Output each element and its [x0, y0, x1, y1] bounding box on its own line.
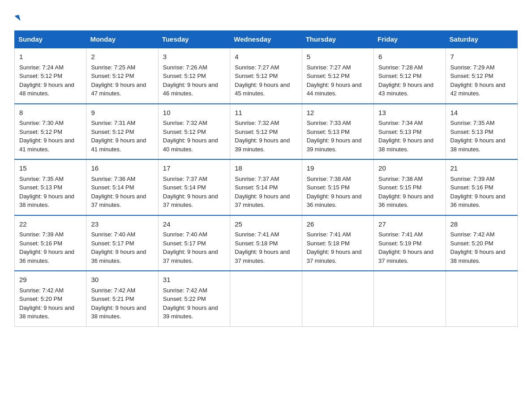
sunset-info: Sunset: 5:14 PM — [163, 184, 206, 191]
sunrise-info: Sunrise: 7:31 AM — [91, 120, 135, 126]
daylight-info: Daylight: 9 hours and 38 minutes. — [19, 304, 74, 320]
sunrise-info: Sunrise: 7:42 AM — [450, 231, 495, 238]
day-number: 24 — [163, 219, 225, 230]
sunset-info: Sunset: 5:15 PM — [378, 184, 421, 191]
day-number: 25 — [235, 219, 297, 230]
day-number: 22 — [19, 219, 82, 230]
calendar-header-sunday: Sunday — [15, 31, 86, 48]
daylight-info: Daylight: 9 hours and 38 minutes. — [91, 304, 146, 320]
sunset-info: Sunset: 5:18 PM — [307, 240, 350, 247]
daylight-info: Daylight: 9 hours and 39 minutes. — [235, 137, 290, 153]
daylight-info: Daylight: 9 hours and 36 minutes. — [378, 193, 433, 209]
sunrise-info: Sunrise: 7:29 AM — [450, 64, 495, 71]
daylight-info: Daylight: 9 hours and 37 minutes. — [91, 193, 146, 209]
day-number: 15 — [19, 163, 82, 174]
daylight-info: Daylight: 9 hours and 38 minutes. — [378, 137, 433, 153]
sunrise-info: Sunrise: 7:27 AM — [235, 64, 279, 71]
sunrise-info: Sunrise: 7:30 AM — [19, 120, 64, 126]
day-number: 14 — [450, 108, 513, 118]
sunset-info: Sunset: 5:17 PM — [91, 240, 134, 247]
sunset-info: Sunset: 5:12 PM — [235, 128, 278, 135]
sunset-info: Sunset: 5:19 PM — [378, 240, 421, 247]
calendar-cell: 23Sunrise: 7:40 AMSunset: 5:17 PMDayligh… — [86, 215, 158, 271]
calendar-cell: 24Sunrise: 7:40 AMSunset: 5:17 PMDayligh… — [158, 215, 230, 271]
sunrise-info: Sunrise: 7:39 AM — [450, 176, 495, 182]
day-number: 3 — [163, 52, 225, 62]
sunset-info: Sunset: 5:13 PM — [450, 128, 493, 135]
calendar-cell: 19Sunrise: 7:38 AMSunset: 5:15 PMDayligh… — [302, 159, 373, 215]
daylight-info: Daylight: 9 hours and 39 minutes. — [307, 137, 362, 153]
daylight-info: Daylight: 9 hours and 42 minutes. — [450, 81, 506, 97]
calendar-cell: 26Sunrise: 7:41 AMSunset: 5:18 PMDayligh… — [302, 215, 373, 271]
calendar-cell: 5Sunrise: 7:27 AMSunset: 5:12 PMDaylight… — [302, 48, 373, 104]
sunset-info: Sunset: 5:18 PM — [235, 240, 278, 247]
calendar-table: SundayMondayTuesdayWednesdayThursdayFrid… — [14, 30, 518, 327]
calendar-cell: 16Sunrise: 7:36 AMSunset: 5:14 PMDayligh… — [86, 159, 158, 215]
calendar-cell: 25Sunrise: 7:41 AMSunset: 5:18 PMDayligh… — [230, 215, 302, 271]
sunrise-info: Sunrise: 7:40 AM — [91, 231, 135, 238]
sunset-info: Sunset: 5:13 PM — [307, 128, 350, 135]
day-number: 12 — [307, 108, 369, 118]
calendar-cell: 13Sunrise: 7:34 AMSunset: 5:13 PMDayligh… — [374, 104, 446, 160]
calendar-cell: 27Sunrise: 7:41 AMSunset: 5:19 PMDayligh… — [374, 215, 446, 271]
calendar-cell: 12Sunrise: 7:33 AMSunset: 5:13 PMDayligh… — [302, 104, 373, 160]
calendar-week-row: 15Sunrise: 7:35 AMSunset: 5:13 PMDayligh… — [15, 159, 518, 215]
sunrise-info: Sunrise: 7:28 AM — [378, 64, 423, 71]
calendar-cell: 14Sunrise: 7:35 AMSunset: 5:13 PMDayligh… — [446, 104, 517, 160]
calendar-cell: 11Sunrise: 7:32 AMSunset: 5:12 PMDayligh… — [230, 104, 302, 160]
daylight-info: Daylight: 9 hours and 41 minutes. — [91, 137, 146, 153]
sunrise-info: Sunrise: 7:41 AM — [378, 231, 423, 238]
sunrise-info: Sunrise: 7:26 AM — [163, 64, 207, 71]
day-number: 2 — [91, 52, 153, 62]
calendar-cell — [230, 271, 302, 326]
sunset-info: Sunset: 5:20 PM — [450, 240, 493, 247]
sunrise-info: Sunrise: 7:42 AM — [163, 287, 207, 294]
daylight-info: Daylight: 9 hours and 38 minutes. — [450, 248, 506, 264]
day-number: 30 — [91, 275, 153, 285]
calendar-cell: 20Sunrise: 7:38 AMSunset: 5:15 PMDayligh… — [374, 159, 446, 215]
calendar-header-friday: Friday — [374, 31, 446, 48]
sunrise-info: Sunrise: 7:41 AM — [235, 231, 279, 238]
sunset-info: Sunset: 5:12 PM — [235, 73, 278, 79]
calendar-cell: 2Sunrise: 7:25 AMSunset: 5:12 PMDaylight… — [86, 48, 158, 104]
day-number: 6 — [378, 52, 441, 62]
sunrise-info: Sunrise: 7:35 AM — [19, 176, 64, 182]
sunrise-info: Sunrise: 7:41 AM — [307, 231, 351, 238]
daylight-info: Daylight: 9 hours and 37 minutes. — [163, 193, 218, 209]
day-number: 13 — [378, 108, 441, 118]
calendar-cell: 18Sunrise: 7:37 AMSunset: 5:14 PMDayligh… — [230, 159, 302, 215]
day-number: 27 — [378, 219, 441, 230]
sunrise-info: Sunrise: 7:37 AM — [163, 176, 207, 182]
sunrise-info: Sunrise: 7:35 AM — [450, 120, 495, 126]
sunrise-info: Sunrise: 7:32 AM — [163, 120, 207, 126]
logo — [14, 11, 20, 23]
day-number: 7 — [450, 52, 513, 62]
daylight-info: Daylight: 9 hours and 38 minutes. — [19, 193, 74, 209]
daylight-info: Daylight: 9 hours and 37 minutes. — [307, 248, 362, 264]
sunrise-info: Sunrise: 7:34 AM — [378, 120, 423, 126]
sunset-info: Sunset: 5:15 PM — [307, 184, 350, 191]
sunrise-info: Sunrise: 7:32 AM — [235, 120, 279, 126]
day-number: 19 — [307, 163, 369, 174]
calendar-cell: 28Sunrise: 7:42 AMSunset: 5:20 PMDayligh… — [446, 215, 517, 271]
calendar-header-monday: Monday — [86, 31, 158, 48]
calendar-cell — [446, 271, 517, 326]
calendar-cell: 15Sunrise: 7:35 AMSunset: 5:13 PMDayligh… — [15, 159, 86, 215]
sunset-info: Sunset: 5:16 PM — [19, 240, 62, 247]
sunset-info: Sunset: 5:21 PM — [91, 295, 134, 302]
calendar-cell: 30Sunrise: 7:42 AMSunset: 5:21 PMDayligh… — [86, 271, 158, 326]
sunset-info: Sunset: 5:12 PM — [307, 73, 350, 79]
day-number: 26 — [307, 219, 369, 230]
daylight-info: Daylight: 9 hours and 45 minutes. — [235, 81, 290, 97]
calendar-cell: 22Sunrise: 7:39 AMSunset: 5:16 PMDayligh… — [15, 215, 86, 271]
sunrise-info: Sunrise: 7:24 AM — [19, 64, 64, 71]
sunrise-info: Sunrise: 7:40 AM — [163, 231, 207, 238]
daylight-info: Daylight: 9 hours and 43 minutes. — [378, 81, 433, 97]
day-number: 29 — [19, 275, 82, 285]
calendar-header-saturday: Saturday — [446, 31, 517, 48]
sunrise-info: Sunrise: 7:42 AM — [19, 287, 64, 294]
calendar-cell: 8Sunrise: 7:30 AMSunset: 5:12 PMDaylight… — [15, 104, 86, 160]
daylight-info: Daylight: 9 hours and 40 minutes. — [163, 137, 218, 153]
sunset-info: Sunset: 5:12 PM — [378, 73, 421, 79]
daylight-info: Daylight: 9 hours and 41 minutes. — [19, 137, 74, 153]
